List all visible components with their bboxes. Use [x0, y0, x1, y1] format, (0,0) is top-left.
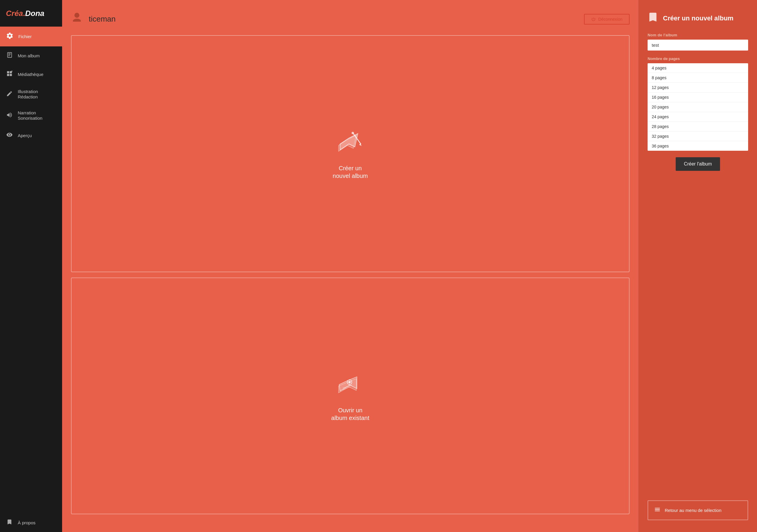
page-option[interactable]: 12 pages — [648, 83, 748, 93]
create-album-card[interactable]: Créer un nouvel album — [71, 35, 629, 272]
create-album-label: Créer un nouvel album — [333, 164, 368, 180]
create-album-icon — [333, 128, 368, 159]
page-option[interactable]: 20 pages — [648, 102, 748, 112]
sidebar-item-mediatheque-label: Médiathèque — [18, 72, 44, 77]
panel-album-icon — [648, 12, 658, 24]
sidebar-item-apercu-label: Aperçu — [18, 133, 32, 138]
sidebar-item-fichier[interactable]: Fichier — [0, 27, 62, 46]
logo-dona: Dona — [25, 9, 45, 18]
sidebar-item-mediatheque[interactable]: Médiathèque — [0, 65, 62, 84]
panel-header: Créer un nouvel album — [648, 12, 748, 24]
album-icon — [6, 52, 13, 60]
gear-icon — [6, 32, 14, 41]
sidebar-item-mon-album[interactable]: Mon album — [0, 46, 62, 65]
eye-icon — [6, 132, 13, 139]
menu-icon — [654, 506, 661, 514]
back-button[interactable]: Retour au menu de sélection — [648, 500, 748, 520]
sidebar-item-narration-label: Narration Sonorisation — [18, 110, 42, 121]
page-option[interactable]: 36 pages — [648, 141, 748, 151]
open-album-icon — [333, 370, 368, 400]
pages-list: 4 pages8 pages12 pages16 pages20 pages24… — [648, 63, 748, 151]
right-panel: Créer un nouvel album Nom de l'album Nom… — [639, 0, 757, 532]
open-album-label: Ouvrir un album existant — [331, 406, 369, 422]
username: ticeman — [89, 15, 116, 24]
logo-crea: Créa — [6, 9, 23, 18]
panel-title: Créer un nouvel album — [663, 15, 733, 22]
page-option[interactable]: 32 pages — [648, 132, 748, 141]
sidebar-item-apropos-label: À propos — [18, 520, 36, 525]
sidebar-item-fichier-label: Fichier — [18, 34, 32, 39]
svg-point-0 — [11, 71, 13, 72]
logout-button[interactable]: Déconnexion — [584, 14, 629, 24]
bookmark-icon — [6, 519, 13, 527]
grid-icon — [6, 70, 13, 78]
album-name-label: Nom de l'album — [648, 33, 748, 37]
sidebar-item-apropos[interactable]: À propos — [0, 514, 62, 532]
logo: Créa.Dona — [0, 0, 62, 27]
page-option[interactable]: 8 pages — [648, 73, 748, 83]
main-content: ticeman Déconnexion — [62, 0, 757, 532]
back-button-label: Retour au menu de sélection — [665, 508, 721, 513]
user-icon — [71, 12, 83, 26]
sidebar-item-narration[interactable]: Narration Sonorisation — [0, 105, 62, 126]
center-panel: ticeman Déconnexion — [62, 0, 638, 532]
pen-icon — [6, 90, 13, 99]
page-option[interactable]: 24 pages — [648, 112, 748, 122]
sidebar-item-apercu[interactable]: Aperçu — [0, 126, 62, 145]
open-album-card[interactable]: Ouvrir un album existant — [71, 278, 629, 515]
create-album-button[interactable]: Créer l'album — [676, 157, 720, 171]
logo-dot: . — [23, 9, 25, 18]
sidebar: Créa.Dona Fichier Mon album Médiathèque — [0, 0, 62, 532]
sound-icon — [6, 112, 13, 120]
user-header: ticeman Déconnexion — [71, 12, 629, 26]
page-option[interactable]: 28 pages — [648, 122, 748, 132]
sidebar-item-illustration-label: Illustration Rédaction — [18, 89, 38, 100]
pages-label: Nombre de pages — [648, 56, 748, 61]
sidebar-item-illustration[interactable]: Illustration Rédaction — [0, 84, 62, 105]
logout-label: Déconnexion — [598, 17, 622, 21]
svg-point-2 — [351, 132, 354, 134]
sidebar-item-mon-album-label: Mon album — [18, 53, 40, 59]
album-name-input[interactable] — [648, 40, 748, 50]
page-option[interactable]: 16 pages — [648, 93, 748, 102]
page-option[interactable]: 4 pages — [648, 63, 748, 73]
